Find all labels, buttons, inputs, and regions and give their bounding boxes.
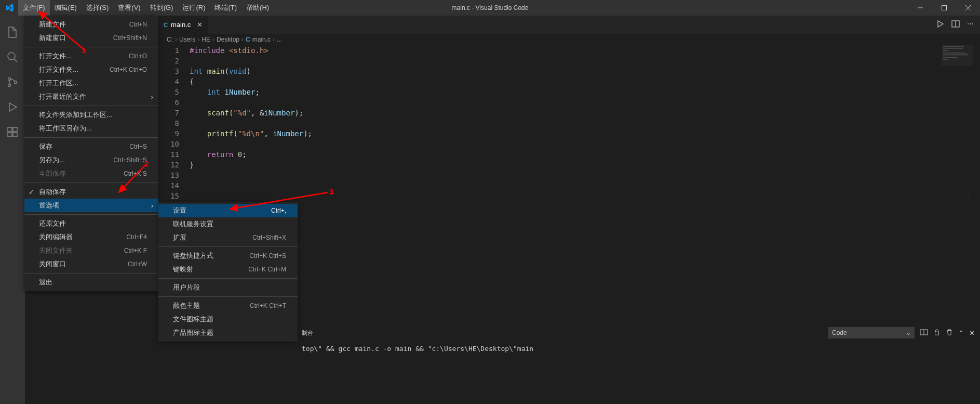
preferences-submenu: 设置Ctrl+,联机服务设置扩展Ctrl+Shift+X键盘快捷方式Ctrl+K… (158, 202, 298, 342)
activity-bar (0, 16, 25, 404)
annotation-label-2: 2 (144, 159, 149, 168)
terminal-output[interactable]: top\" && gcc main.c -o main && "c:\Users… (298, 342, 980, 353)
code-editor[interactable]: 1#include <stdio.h>23int main(void)4{5 i… (158, 45, 980, 201)
menu-entry[interactable]: 还原文件 (24, 217, 158, 230)
menu-entry-label: 自动保存 (39, 187, 66, 197)
menu-entry[interactable]: 将工作区另存为... (24, 122, 158, 135)
breadcrumb[interactable]: C:›Users›HE›Desktop›C main.c›... (158, 34, 980, 45)
menu-item[interactable]: 选择(S) (82, 0, 113, 16)
panel-tab-fragment[interactable]: 制台 (302, 329, 313, 337)
explorer-icon[interactable] (0, 20, 25, 45)
menu-entry[interactable]: 首选项› (24, 199, 158, 212)
code-line[interactable]: 7 scanf("%d", &iNumber); (158, 108, 980, 118)
menu-entry[interactable]: 键映射Ctrl+K Ctrl+M (158, 263, 298, 276)
menu-entry[interactable]: 扩展Ctrl+Shift+X (158, 231, 298, 244)
close-panel-icon[interactable]: ✕ (969, 329, 975, 337)
menu-shortcut: Ctrl+K S (124, 170, 147, 177)
trash-icon[interactable] (946, 329, 953, 337)
code-line[interactable]: 2 (158, 56, 980, 66)
breadcrumb-segment[interactable]: HE (202, 36, 210, 43)
menu-separator (158, 278, 298, 279)
menu-entry[interactable]: 设置Ctrl+, (158, 204, 298, 217)
breadcrumb-segment[interactable]: Users (179, 36, 195, 43)
menu-entry[interactable]: 关闭编辑器Ctrl+F4 (24, 230, 158, 244)
close-tab-icon[interactable]: ✕ (197, 21, 203, 29)
line-number: 3 (158, 66, 190, 76)
menu-entry[interactable]: 保存Ctrl+S (24, 140, 158, 153)
menu-entry[interactable]: 全部保存Ctrl+K S (24, 167, 158, 180)
menu-entry[interactable]: 文件图标主题 (158, 312, 298, 326)
code-line[interactable]: 1#include <stdio.h> (158, 45, 980, 56)
code-line[interactable]: 5 int iNumber; (158, 87, 980, 97)
run-icon[interactable] (936, 20, 944, 30)
menu-entry-label: 关闭文件夹 (39, 246, 73, 255)
close-button[interactable] (956, 0, 980, 16)
menu-shortcut: Ctrl+K Ctrl+S (249, 252, 286, 259)
menu-entry[interactable]: 自动保存✓ (24, 185, 158, 199)
svg-rect-17 (935, 332, 939, 335)
menu-entry[interactable]: 键盘快捷方式Ctrl+K Ctrl+S (158, 249, 298, 263)
code-line[interactable]: 4{ (158, 76, 980, 87)
breadcrumb-segment[interactable]: C: (167, 36, 173, 43)
menu-entry-label: 文件图标主题 (173, 315, 213, 324)
menu-item[interactable]: 转到(G) (145, 0, 178, 16)
lock-icon[interactable] (933, 329, 941, 337)
code-line[interactable]: 9 printf("%d\n", iNumber); (158, 128, 980, 139)
search-icon[interactable] (0, 45, 25, 70)
menu-entry[interactable]: 打开工作区... (24, 76, 158, 90)
breadcrumb-segment[interactable]: Desktop (217, 36, 239, 43)
svg-point-6 (8, 78, 11, 81)
menu-item[interactable]: 运行(R) (178, 0, 210, 16)
menu-item[interactable]: 查看(V) (113, 0, 145, 16)
menu-item[interactable]: 编辑(E) (50, 0, 82, 16)
code-line[interactable]: 13 (158, 170, 980, 180)
menu-entry-label: 将文件夹添加到工作区... (39, 110, 112, 120)
code-content: #include <stdio.h> (190, 45, 269, 56)
line-number: 11 (158, 149, 190, 160)
code-line[interactable]: 10 (158, 139, 980, 149)
breadcrumb-segment[interactable]: ... (277, 36, 282, 43)
chevron-up-icon[interactable]: ⌃ (958, 329, 964, 337)
menu-entry[interactable]: 将文件夹添加到工作区... (24, 108, 158, 122)
breadcrumb-separator: › (212, 36, 214, 43)
svg-line-5 (14, 59, 17, 62)
menu-item[interactable]: 文件(F) (18, 0, 50, 16)
run-debug-icon[interactable] (0, 95, 25, 120)
menu-entry[interactable]: 退出 (24, 276, 158, 289)
menu-entry[interactable]: 打开文件...Ctrl+O (24, 49, 158, 63)
menu-entry[interactable]: 新建窗口Ctrl+Shift+N (24, 31, 158, 45)
menu-item[interactable]: 终端(T) (210, 0, 241, 16)
check-icon: ✓ (29, 188, 34, 196)
tab-main-c[interactable]: C main.c ✕ (158, 16, 208, 34)
code-line[interactable]: 8 (158, 118, 980, 128)
more-actions-icon[interactable]: ⋯ (967, 20, 974, 30)
menu-shortcut: Ctrl+, (271, 207, 286, 214)
code-line[interactable]: 12} (158, 160, 980, 170)
split-editor-icon[interactable] (951, 20, 960, 30)
code-line[interactable]: 3int main(void) (158, 66, 980, 76)
minimize-button[interactable] (908, 0, 932, 16)
code-content: { (190, 76, 194, 87)
maximize-button[interactable] (932, 0, 956, 16)
code-line[interactable]: 11 return 0; (158, 149, 980, 160)
menu-entry[interactable]: 打开最近的文件› (24, 90, 158, 103)
chevron-down-icon: ⌄ (906, 329, 911, 336)
code-line[interactable]: 14 (158, 180, 980, 191)
menu-entry[interactable]: 关闭文件夹Ctrl+K F (24, 244, 158, 257)
extensions-icon[interactable] (0, 120, 25, 145)
terminal-selector[interactable]: Code ⌄ (828, 327, 915, 338)
split-terminal-icon[interactable] (920, 328, 928, 338)
menu-entry[interactable]: 新建文件Ctrl+N (24, 18, 158, 31)
menu-entry[interactable]: 打开文件夹...Ctrl+K Ctrl+O (24, 63, 158, 76)
menu-entry[interactable]: 用户片段 (158, 281, 298, 294)
menu-entry[interactable]: 联机服务设置 (158, 217, 298, 231)
menu-entry[interactable]: 关闭窗口Ctrl+W (24, 257, 158, 271)
breadcrumb-segment[interactable]: main.c (252, 36, 271, 43)
menu-entry[interactable]: 产品图标主题 (158, 326, 298, 340)
menu-entry[interactable]: 另存为...Ctrl+Shift+S (24, 153, 158, 167)
menu-entry[interactable]: 颜色主题Ctrl+K Ctrl+T (158, 299, 298, 312)
code-line[interactable]: 6 (158, 97, 980, 108)
minimap[interactable] (942, 45, 973, 66)
source-control-icon[interactable] (0, 70, 25, 95)
menu-item[interactable]: 帮助(H) (241, 0, 274, 16)
